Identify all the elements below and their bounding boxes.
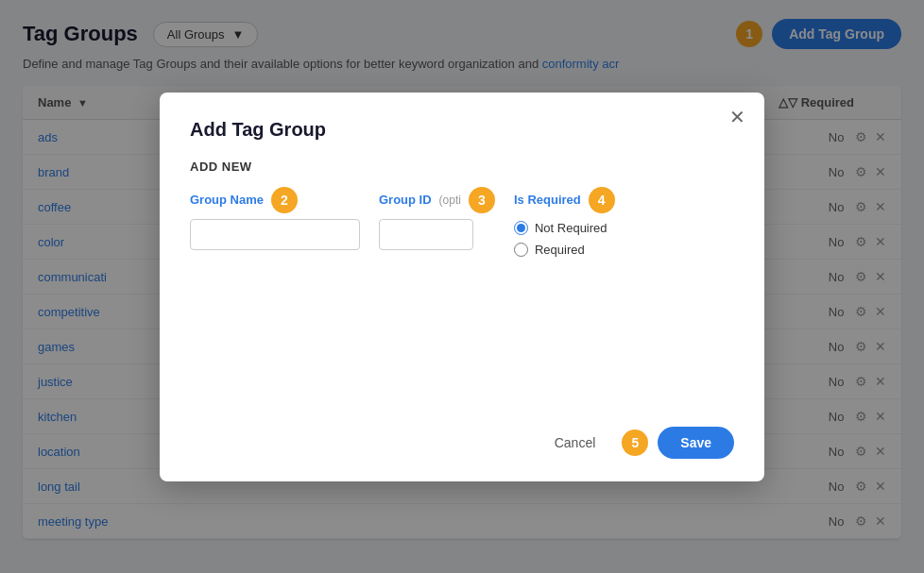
step-badge-5: 5 [622, 430, 648, 456]
modal-close-button[interactable]: ✕ [729, 108, 745, 126]
is-required-label: Is Required [514, 193, 581, 207]
group-id-group: Group ID (opti 3 [379, 187, 495, 250]
group-name-input[interactable] [190, 219, 360, 250]
group-id-label: Group ID [379, 193, 432, 207]
radio-required[interactable]: Required [514, 243, 615, 257]
step-badge-4: 4 [589, 187, 615, 213]
add-new-label: ADD NEW [190, 160, 734, 174]
is-required-radio-group: Not Required Required [514, 221, 615, 257]
cancel-button[interactable]: Cancel [543, 428, 607, 458]
group-name-label-row: Group Name 2 [190, 187, 360, 213]
step-badge-2: 2 [271, 187, 298, 213]
modal-title: Add Tag Group [190, 119, 734, 141]
is-required-label-row: Is Required 4 [514, 187, 615, 213]
radio-not-required-input[interactable] [514, 221, 528, 235]
group-name-group: Group Name 2 [190, 187, 360, 250]
step-badge-3: 3 [469, 187, 495, 213]
radio-required-input[interactable] [514, 243, 528, 257]
form-row: Group Name 2 Group ID (opti 3 Is Require… [190, 187, 734, 257]
modal-overlay: ✕ Add Tag Group ADD NEW Group Name 2 Gro… [0, 0, 924, 573]
group-id-input[interactable] [379, 219, 473, 250]
save-btn-container: 5 Save [622, 427, 734, 459]
group-name-label: Group Name [190, 193, 264, 207]
group-id-label-row: Group ID (opti 3 [379, 187, 495, 213]
add-tag-group-modal: ✕ Add Tag Group ADD NEW Group Name 2 Gro… [160, 93, 764, 481]
save-button[interactable]: Save [658, 427, 734, 459]
group-id-optional: (opti [439, 194, 461, 207]
radio-required-label: Required [535, 243, 585, 257]
modal-footer: Cancel 5 Save [190, 427, 734, 459]
radio-not-required-label: Not Required [535, 221, 607, 235]
is-required-group: Is Required 4 Not Required Required [514, 187, 615, 257]
radio-not-required[interactable]: Not Required [514, 221, 615, 235]
